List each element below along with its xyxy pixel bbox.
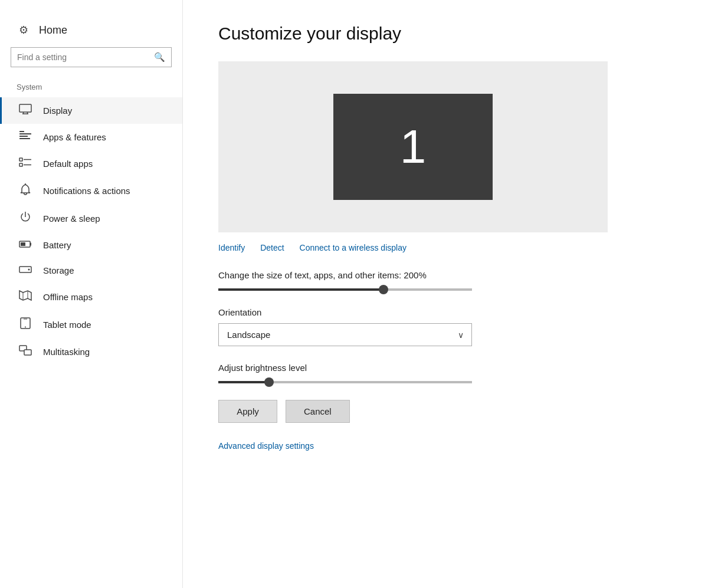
- orientation-label: Orientation: [218, 307, 678, 317]
- sidebar-item-offline-maps[interactable]: Offline maps: [0, 283, 182, 311]
- display-links: Identify Detect Connect to a wireless di…: [218, 243, 678, 252]
- display-icon: [18, 104, 32, 117]
- buttons-row: Apply Cancel: [218, 400, 678, 423]
- battery-icon: [18, 239, 32, 251]
- tablet-mode-icon: [18, 317, 32, 332]
- notifications-icon: [18, 183, 32, 198]
- offline-maps-icon: [18, 290, 32, 304]
- sidebar-label-display: Display: [43, 106, 72, 116]
- main-content: Customize your display 1 Identify Detect…: [183, 0, 708, 588]
- svg-point-23: [25, 327, 26, 328]
- sidebar-item-multitasking[interactable]: Multitasking: [0, 339, 182, 365]
- svg-rect-7: [19, 138, 30, 139]
- svg-rect-9: [19, 163, 22, 166]
- default-apps-icon: [18, 157, 32, 170]
- section-label: System: [0, 80, 182, 97]
- multitasking-icon: [18, 345, 32, 359]
- sidebar-label-storage: Storage: [43, 265, 74, 275]
- sidebar-item-notifications[interactable]: Notifications & actions: [0, 177, 182, 205]
- scale-slider-fill: [218, 288, 384, 291]
- orientation-select-wrapper: Landscape Portrait Landscape (flipped) P…: [218, 323, 472, 346]
- sidebar-label-battery: Battery: [43, 240, 71, 250]
- sidebar-label-power: Power & sleep: [43, 213, 100, 224]
- home-gear-icon: [17, 24, 31, 37]
- sidebar-label-notifications: Notifications & actions: [43, 186, 130, 196]
- sidebar: Home 🔍 System Display: [0, 0, 183, 588]
- home-label: Home: [39, 24, 67, 37]
- monitor-number: 1: [400, 120, 427, 174]
- svg-point-18: [28, 269, 30, 271]
- apply-button[interactable]: Apply: [218, 400, 277, 423]
- orientation-select[interactable]: Landscape Portrait Landscape (flipped) P…: [218, 323, 472, 346]
- svg-rect-6: [19, 136, 28, 137]
- cancel-button[interactable]: Cancel: [286, 400, 350, 423]
- sidebar-item-power[interactable]: Power & sleep: [0, 205, 182, 232]
- svg-rect-26: [24, 350, 31, 355]
- scale-slider-thumb[interactable]: [379, 285, 388, 294]
- scale-slider-track[interactable]: [218, 288, 472, 291]
- sidebar-label-tablet: Tablet mode: [43, 320, 91, 330]
- sidebar-item-storage[interactable]: Storage: [0, 258, 182, 283]
- search-icon: 🔍: [154, 52, 165, 63]
- detect-link[interactable]: Detect: [260, 243, 284, 252]
- svg-rect-8: [19, 158, 22, 161]
- svg-rect-5: [19, 133, 31, 134]
- sidebar-label-apps: Apps & features: [43, 132, 106, 142]
- sidebar-item-apps-features[interactable]: Apps & features: [0, 124, 182, 150]
- svg-rect-15: [21, 242, 25, 246]
- wireless-link[interactable]: Connect to a wireless display: [300, 243, 407, 252]
- sidebar-item-default-apps[interactable]: Default apps: [0, 150, 182, 177]
- power-icon: [18, 211, 32, 226]
- sidebar-label-multitasking: Multitasking: [43, 347, 90, 357]
- advanced-display-settings-link[interactable]: Advanced display settings: [218, 441, 314, 451]
- storage-icon: [18, 264, 32, 277]
- sidebar-label-offline-maps: Offline maps: [43, 292, 93, 302]
- svg-marker-19: [19, 291, 31, 300]
- brightness-slider-fill: [218, 381, 269, 383]
- search-input[interactable]: [17, 52, 154, 62]
- monitor-box: 1: [333, 94, 493, 200]
- apps-features-icon: [18, 130, 32, 144]
- sidebar-item-tablet-mode[interactable]: Tablet mode: [0, 311, 182, 339]
- brightness-label: Adjust brightness level: [218, 363, 678, 373]
- page-title: Customize your display: [218, 24, 678, 44]
- svg-rect-4: [19, 131, 24, 132]
- brightness-slider-track[interactable]: [218, 381, 472, 383]
- search-box[interactable]: 🔍: [11, 47, 172, 67]
- scale-label: Change the size of text, apps, and other…: [218, 270, 678, 280]
- display-preview: 1: [218, 61, 608, 232]
- svg-rect-0: [19, 104, 31, 112]
- brightness-slider-thumb[interactable]: [264, 377, 274, 387]
- home-button[interactable]: Home: [0, 18, 182, 47]
- identify-link[interactable]: Identify: [218, 243, 245, 252]
- sidebar-label-default-apps: Default apps: [43, 159, 93, 169]
- sidebar-item-battery[interactable]: Battery: [0, 232, 182, 258]
- svg-rect-16: [30, 243, 31, 246]
- sidebar-item-display[interactable]: Display: [0, 97, 182, 124]
